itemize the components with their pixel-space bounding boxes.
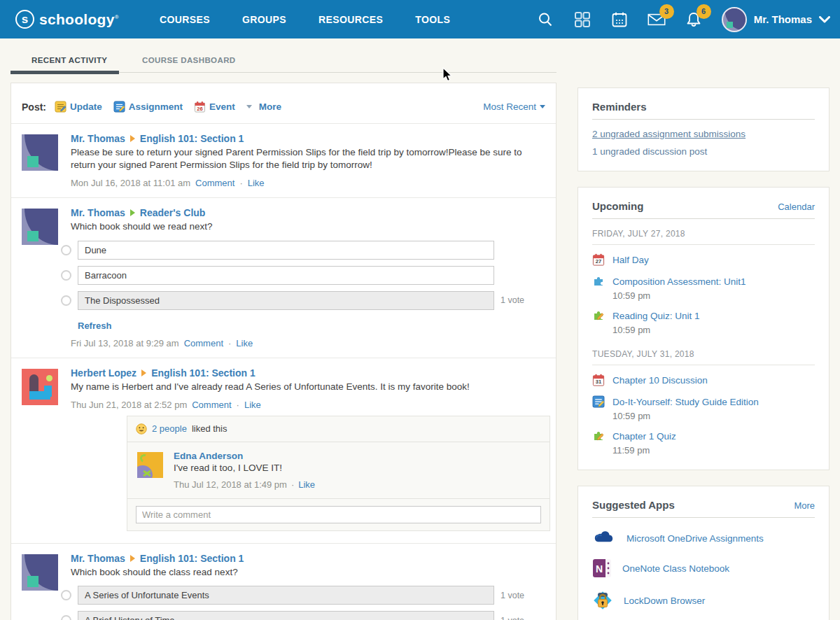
calendar-link[interactable]: Calendar <box>778 202 815 212</box>
user-menu[interactable]: Mr. Thomas <box>722 7 830 32</box>
post-assignment-button[interactable]: Assignment <box>113 101 183 113</box>
post-body: My name is Herbert and I've already read… <box>71 381 541 393</box>
poll-votes: 1 vote <box>500 616 524 620</box>
poll-radio[interactable] <box>61 295 71 306</box>
tabs-active-indicator <box>10 71 119 74</box>
poll-radio[interactable] <box>61 245 71 255</box>
right-sidebar: Reminders 2 ungraded assignment submissi… <box>578 87 830 620</box>
svg-text:27: 27 <box>596 258 601 265</box>
arrow-right-icon <box>130 555 135 562</box>
sort-dropdown[interactable]: Most Recent <box>483 101 545 112</box>
dot-separator: · <box>228 338 231 348</box>
onenote-icon: N <box>592 558 612 578</box>
post-author-link[interactable]: Herbert Lopez <box>71 367 136 379</box>
event-link[interactable]: Do-It-Yourself: Study Guide Edition <box>612 395 759 409</box>
messages-icon[interactable]: 3 <box>648 10 666 29</box>
comment-link[interactable]: Comment <box>195 178 234 188</box>
event-link[interactable]: Reading Quiz: Unit 1 <box>612 309 700 323</box>
poll-refresh-link[interactable]: Refresh <box>78 320 111 331</box>
avatar[interactable] <box>22 209 58 245</box>
feed-post: Mr. Thomas English 101: Section 1 Which … <box>11 543 556 620</box>
calendar-icon[interactable] <box>610 10 629 29</box>
event-time: 11:59 pm <box>612 445 815 456</box>
puzzle-green-icon <box>592 309 605 322</box>
post-target-link[interactable]: English 101: Section 1 <box>140 133 244 144</box>
post-target-link[interactable]: English 101: Section 1 <box>151 367 255 379</box>
dot-separator: · <box>237 400 239 410</box>
schoology-logo[interactable]: S schoology® <box>15 10 119 29</box>
nav-tools[interactable]: TOOLS <box>415 14 450 25</box>
apps-more-link[interactable]: More <box>794 500 815 511</box>
reminder-ungraded-discussions[interactable]: 1 ungraded discussion post <box>592 146 815 157</box>
post-body: Which book should the class read next? <box>71 566 541 579</box>
poll-option: A Brief History of Time 1 vote <box>61 611 545 620</box>
app-link[interactable]: LockDown Browser <box>624 596 705 606</box>
app-link[interactable]: Microsoft OneDrive Assignments <box>626 533 764 544</box>
reminder-ungraded-assignments[interactable]: 2 ungraded assignment submissions <box>592 129 815 139</box>
svg-text:26: 26 <box>197 106 202 112</box>
comment-link[interactable]: Comment <box>184 338 223 348</box>
divider <box>592 218 815 219</box>
avatar[interactable] <box>22 369 58 405</box>
event-label: Event <box>209 101 235 112</box>
nav-courses[interactable]: COURSES <box>160 14 210 25</box>
like-link[interactable]: Like <box>248 178 265 188</box>
upcoming-event: Composition Assessment: Unit1 <box>592 275 815 288</box>
poll: Dune Barracoon The Dispossessed 1 vote R… <box>61 241 545 332</box>
event-link[interactable]: Chapter 1 Quiz <box>612 430 676 443</box>
dot-separator: · <box>291 479 294 490</box>
post-author-link[interactable]: Mr. Thomas <box>71 133 125 144</box>
sort-caret-icon <box>540 105 545 108</box>
feed-post: Mr. Thomas English 101: Section 1 Please… <box>11 123 556 197</box>
apps-grid-icon[interactable] <box>573 10 592 29</box>
like-link[interactable]: Like <box>244 400 261 410</box>
poll-radio[interactable] <box>61 615 71 620</box>
upcoming-event: Do-It-Yourself: Study Guide Edition <box>592 395 815 409</box>
poll-option-label: Dune <box>78 241 494 260</box>
notifications-bell-icon[interactable]: 6 <box>685 10 703 29</box>
upcoming-card: Upcoming Calendar FRIDAY, JULY 27, 2018 … <box>578 187 830 470</box>
post-more-button[interactable]: More <box>246 101 281 112</box>
post-target-link[interactable]: English 101: Section 1 <box>140 553 244 564</box>
avatar[interactable] <box>22 134 58 171</box>
comment-author-link[interactable]: Edna Anderson <box>174 451 243 461</box>
upcoming-event: 27 Half Day <box>592 253 815 267</box>
update-label: Update <box>70 101 102 112</box>
avatar[interactable] <box>22 554 58 591</box>
comment-link[interactable]: Comment <box>192 400 231 410</box>
event-link[interactable]: Composition Assessment: Unit1 <box>612 275 746 288</box>
user-avatar <box>722 7 747 32</box>
poll-radio[interactable] <box>61 270 71 281</box>
nav-groups[interactable]: GROUPS <box>242 14 286 25</box>
comment-timestamp: Thu Jul 12, 2018 at 1:49 pm <box>174 479 287 490</box>
tab-course-dashboard[interactable]: COURSE DASHBOARD <box>142 56 236 64</box>
like-link[interactable]: Like <box>236 338 253 348</box>
post-author-link[interactable]: Mr. Thomas <box>71 207 125 218</box>
avatar[interactable] <box>137 452 163 478</box>
like-link[interactable]: Like <box>298 479 315 490</box>
tab-recent-activity[interactable]: RECENT ACTIVITY <box>31 56 107 64</box>
suggested-apps-card: Suggested Apps More Microsoft OneDrive A… <box>578 486 830 620</box>
post-author-link[interactable]: Mr. Thomas <box>71 553 125 564</box>
feed-post: Herbert Lopez English 101: Section 1 My … <box>11 358 556 543</box>
arrow-right-icon <box>130 135 135 142</box>
top-navbar: S schoology® COURSES GROUPS RESOURCES TO… <box>0 0 840 38</box>
liked-by-link[interactable]: 2 people <box>152 423 187 434</box>
dot-separator: · <box>239 178 242 188</box>
event-link[interactable]: Half Day <box>612 253 649 267</box>
poll-votes: 1 vote <box>500 591 524 600</box>
event-link[interactable]: Chapter 10 Discussion <box>612 374 708 387</box>
write-comment-input[interactable] <box>136 506 541 523</box>
chevron-down-icon <box>819 16 830 23</box>
app-link[interactable]: OneNote Class Notebook <box>622 563 729 574</box>
upcoming-event: 31 Chapter 10 Discussion <box>592 374 815 387</box>
post-event-button[interactable]: 26 Event <box>194 101 235 113</box>
post-target-link[interactable]: Reader's Club <box>140 207 206 218</box>
post-update-button[interactable]: Update <box>55 101 102 113</box>
poll-radio[interactable] <box>61 590 71 600</box>
nav-resources[interactable]: RESOURCES <box>318 14 383 25</box>
primary-nav: COURSES GROUPS RESOURCES TOOLS <box>160 14 450 25</box>
search-icon[interactable] <box>536 10 554 29</box>
poll-option-label: A Brief History of Time <box>78 611 494 620</box>
brand-text: schoology® <box>39 11 119 28</box>
